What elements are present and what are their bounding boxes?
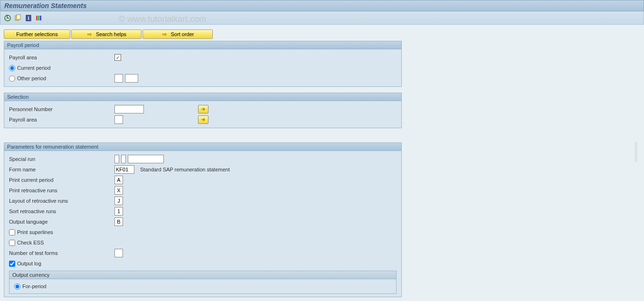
for-period-radio[interactable] — [14, 283, 20, 290]
other-period-input-1[interactable] — [114, 74, 123, 83]
check-ess-row[interactable]: Check ESS — [9, 240, 113, 246]
for-period-label: For-period — [22, 283, 47, 289]
svg-text:i: i — [28, 16, 29, 21]
check-ess-checkbox[interactable] — [9, 240, 15, 246]
print-retroactive-label: Print retroactive runs — [9, 188, 113, 193]
search-helps-button[interactable]: ⇨ Search helps — [71, 29, 142, 39]
current-period-radio[interactable] — [9, 65, 15, 71]
personnel-number-input[interactable] — [114, 105, 144, 113]
svg-rect-6 — [38, 16, 39, 20]
button-label: Further selections — [16, 31, 57, 37]
content-area: Further selections ⇨ Search helps ⇨ Sort… — [0, 26, 644, 301]
output-log-checkbox[interactable] — [9, 261, 15, 267]
sort-retroactive-label: Sort retroactive runs — [9, 208, 113, 214]
svg-rect-7 — [40, 16, 41, 20]
number-test-forms-label: Number of test forms — [9, 250, 113, 256]
payroll-period-group: Payroll period Payroll area ✓ Current pe… — [4, 41, 402, 87]
further-selections-button[interactable]: Further selections — [4, 29, 70, 39]
group-title: Selection — [4, 93, 401, 101]
print-superlines-row[interactable]: Print superlines — [9, 229, 113, 235]
special-run-input-2[interactable] — [121, 155, 126, 163]
print-current-period-input[interactable] — [114, 176, 123, 184]
print-superlines-checkbox[interactable] — [9, 229, 15, 235]
info-icon[interactable]: i — [24, 14, 33, 22]
output-currency-title: Output currency — [9, 271, 396, 279]
title-bar: Remuneration Statements — [0, 0, 644, 11]
output-language-input[interactable] — [114, 217, 123, 226]
other-period-label: Other period — [17, 75, 46, 81]
variant-icon[interactable] — [14, 14, 22, 22]
output-log-label: Output log — [17, 261, 41, 266]
payroll-area-multiselect-button[interactable] — [198, 115, 208, 124]
arrow-right-icon: ⇨ — [161, 31, 168, 38]
sort-retroactive-input[interactable] — [114, 207, 123, 216]
selection-buttons-row: Further selections ⇨ Search helps ⇨ Sort… — [4, 29, 640, 39]
print-current-period-label: Print current period — [9, 177, 113, 183]
button-label: Search helps — [96, 31, 126, 37]
resize-grip-icon[interactable] — [635, 142, 637, 161]
output-currency-group: Output currency For-period — [9, 271, 397, 294]
current-period-label: Current period — [17, 65, 50, 71]
group-title: Parameters for remuneration statement — [4, 143, 401, 151]
arrow-right-icon: ⇨ — [86, 31, 93, 38]
check-ess-label: Check ESS — [17, 240, 44, 245]
toolbar: i — [0, 11, 644, 25]
special-run-input-3[interactable] — [128, 155, 164, 163]
payroll-area-checkbox-icon[interactable]: ✓ — [114, 54, 121, 61]
page-title: Remuneration Statements — [4, 2, 86, 9]
group-title: Payroll period — [4, 41, 401, 49]
for-period-radio-row[interactable]: For-period — [14, 283, 118, 290]
output-language-label: Output language — [9, 219, 113, 225]
number-test-forms-input[interactable] — [114, 249, 123, 257]
svg-rect-2 — [17, 15, 20, 19]
form-name-description: Standard SAP remuneration statement — [140, 167, 230, 172]
payroll-area-label: Payroll area — [9, 55, 113, 60]
form-name-input[interactable] — [114, 165, 134, 174]
special-run-label: Special run — [9, 156, 113, 162]
payroll-area-input[interactable] — [114, 115, 123, 124]
sort-order-button[interactable]: ⇨ Sort order — [142, 29, 213, 39]
execute-icon[interactable] — [3, 14, 12, 22]
other-period-radio-row[interactable]: Other period — [9, 75, 113, 82]
print-superlines-label: Print superlines — [17, 229, 53, 235]
print-retroactive-input[interactable] — [114, 186, 123, 195]
parameters-group: Parameters for remuneration statement Sp… — [4, 142, 402, 297]
output-log-row[interactable]: Output log — [9, 261, 113, 267]
payroll-area-label: Payroll area — [9, 117, 113, 122]
layout-retroactive-input[interactable] — [114, 197, 123, 205]
layout-retroactive-label: Layout of retroactive runs — [9, 198, 113, 204]
abc-icon[interactable] — [35, 14, 43, 22]
current-period-radio-row[interactable]: Current period — [9, 65, 113, 71]
personnel-number-multiselect-button[interactable] — [198, 105, 208, 113]
arrow-right-icon — [200, 107, 206, 112]
form-name-label: Form name — [9, 167, 113, 172]
personnel-number-label: Personnel Number — [9, 106, 113, 112]
other-period-radio[interactable] — [9, 75, 15, 82]
button-label: Sort order — [171, 31, 194, 37]
other-period-input-2[interactable] — [125, 74, 138, 83]
selection-group: Selection Personnel Number Payroll area — [4, 93, 402, 128]
arrow-right-icon — [200, 117, 206, 122]
svg-rect-5 — [36, 16, 38, 20]
special-run-input-1[interactable] — [114, 155, 119, 163]
